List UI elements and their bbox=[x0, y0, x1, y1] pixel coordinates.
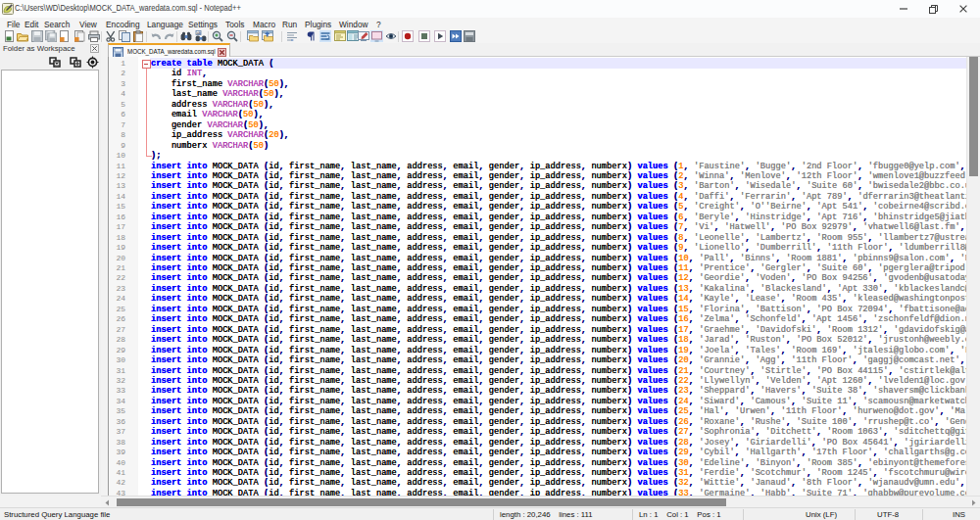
svg-text:ab: ab bbox=[196, 31, 200, 35]
